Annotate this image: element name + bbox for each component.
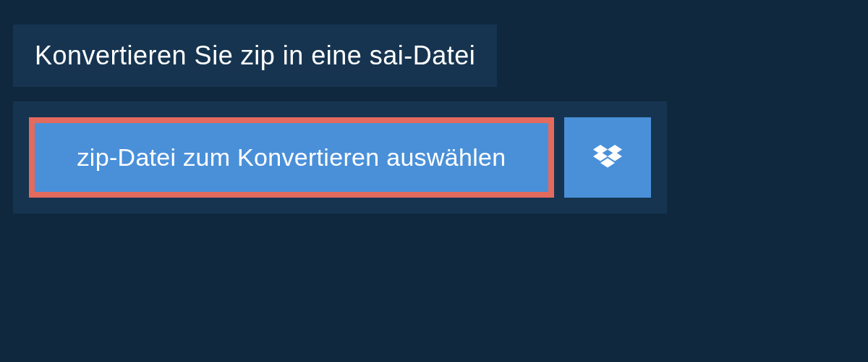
converter-widget: Konvertieren Sie zip in eine sai-Datei z…	[0, 0, 868, 214]
action-panel: zip-Datei zum Konvertieren auswählen	[13, 101, 667, 214]
select-file-button[interactable]: zip-Datei zum Konvertieren auswählen	[29, 117, 554, 198]
dropbox-icon	[593, 145, 622, 171]
header-bar: Konvertieren Sie zip in eine sai-Datei	[13, 25, 497, 87]
page-title: Konvertieren Sie zip in eine sai-Datei	[35, 41, 475, 71]
dropbox-button[interactable]	[564, 117, 651, 198]
select-file-label: zip-Datei zum Konvertieren auswählen	[77, 143, 506, 172]
